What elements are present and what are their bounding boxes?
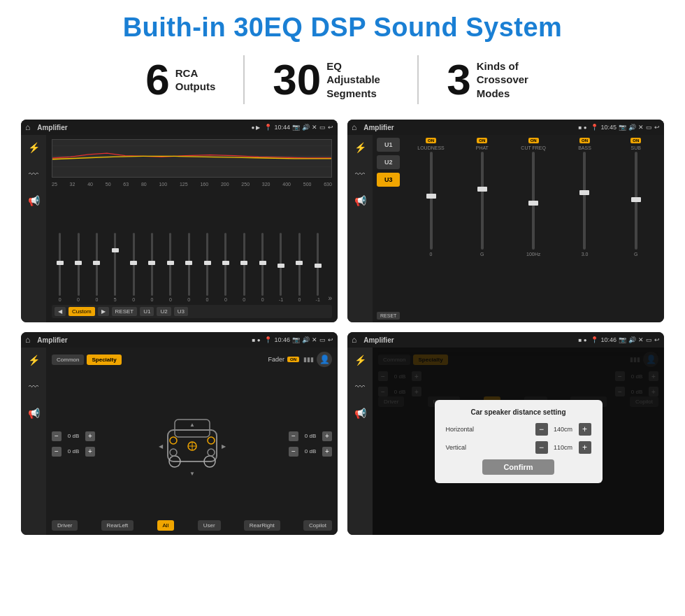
dialog-fader-bg: Common Specialty ▮▮▮ 👤 −0 dB+ −0 dB+ [373,348,664,535]
db-minus-0[interactable]: − [52,431,62,441]
car-diagram: ▲ ▼ ◀ ▶ [101,409,283,479]
freq-25: 25 [52,182,57,187]
loudness-slider[interactable] [430,152,433,250]
sub-slider[interactable] [635,152,637,250]
confirm-btn[interactable]: Confirm [482,459,554,475]
eq-slider-1: 0 [70,233,86,302]
loudness-label: LOUDNESS [417,145,445,150]
horizontal-plus-btn[interactable]: + [579,423,591,436]
fader-on-badge: ON [287,357,299,362]
dialog-camera-icon: 📷 [619,336,626,343]
freq-63: 63 [123,182,129,187]
dialog-home-icon[interactable]: ⌂ [352,335,356,345]
crossover-presets: U1 U2 U3 RESET [377,138,404,320]
eq-expand-icon[interactable]: » [328,294,332,302]
eq-u3-btn[interactable]: U3 [174,307,188,316]
freq-40: 40 [87,182,93,187]
eq-slider-7: 0 [181,233,197,302]
bass-label: BASS [578,145,591,150]
fader-sidebar-wave-icon[interactable]: 〰 [25,378,42,395]
eq-sidebar-wave-icon[interactable]: 〰 [25,166,42,182]
vertical-plus-btn[interactable]: + [579,441,591,454]
svg-point-8 [208,437,215,444]
eq-screen-content: ⚡ 〰 📢 [21,135,338,322]
page-wrapper: Buith-in 30EQ DSP Sound System 6 RCAOutp… [0,0,685,616]
vertical-value: 110cm [551,444,576,451]
user-profile-btn[interactable]: 👤 [317,352,332,367]
stat-rca-number: 6 [145,58,169,101]
crossover-sidebar-speaker-icon[interactable]: 📢 [352,192,368,209]
common-btn[interactable]: Common [52,354,84,365]
stat-rca: 6 RCAOutputs [117,58,243,101]
crossover-sidebar-eq-icon[interactable]: ⚡ [352,139,368,156]
freq-320: 320 [262,182,271,187]
cutfreq-value: 100Hz [526,252,540,257]
fader-sidebar-speaker-icon[interactable]: 📢 [25,405,42,422]
fader-back-icon: ↩ [328,336,333,343]
crossover-home-icon[interactable]: ⌂ [352,122,356,132]
dialog-sidebar-eq-icon[interactable]: ⚡ [352,352,368,368]
crossover-screen-content: ⚡ 〰 📢 U1 U2 U3 RESET ON LOUD [347,135,664,322]
crossover-reset-btn[interactable]: RESET [377,312,400,320]
loudness-value: 0 [430,252,433,257]
eq-u2-btn[interactable]: U2 [157,307,171,316]
horizontal-value: 140cm [551,426,576,433]
home-icon[interactable]: ⌂ [25,122,30,132]
db-minus-1[interactable]: − [52,447,62,457]
db-val-1: 0 dB [64,448,83,454]
stat-eq: 30 EQ AdjustableSegments [245,58,417,101]
eq-play-btn[interactable]: ▶ [98,307,109,316]
fader-status-bar: ⌂ Amplifier ■ ● 📍 10:46 📷 🔊 ✕ ▭ ↩ [21,332,338,348]
crossover-sidebar-wave-icon[interactable]: 〰 [352,166,368,182]
dialog-volume-icon: 🔊 [628,336,636,343]
db-plus-0[interactable]: + [85,431,95,441]
svg-point-7 [170,437,177,444]
fader-screen-content: ⚡ 〰 📢 Common Specialty Fader ON ▮▮▮ 👤 [21,348,338,535]
fader-sidebar-eq-icon[interactable]: ⚡ [25,352,42,368]
fader-time: 10:46 [274,336,290,343]
db-minus-2[interactable]: − [289,431,298,441]
db-control-0: − 0 dB + [52,431,95,441]
eq-custom-btn[interactable]: Custom [68,307,95,316]
u3-preset-btn[interactable]: U3 [377,173,400,187]
cutfreq-slider[interactable] [532,152,535,250]
eq-sidebar: ⚡ 〰 📢 [21,135,46,322]
eq-slider-9: 0 [217,233,233,302]
dialog-sidebar-wave-icon[interactable]: 〰 [352,378,368,395]
eq-prev-btn[interactable]: ◀ [55,307,66,316]
eq-sidebar-speaker-icon[interactable]: 📢 [25,192,42,209]
eq-app-label: Amplifier [37,124,247,131]
eq-reset-btn[interactable]: RESET [112,307,138,316]
db-plus-1[interactable]: + [85,447,95,457]
db-plus-3[interactable]: + [322,447,332,457]
eq-u1-btn[interactable]: U1 [140,307,154,316]
vertical-minus-btn[interactable]: − [535,441,548,454]
dialog-sidebar-speaker-icon[interactable]: 📢 [352,405,368,422]
freq-200: 200 [221,182,229,187]
svg-text:▼: ▼ [189,471,195,477]
driver-btn[interactable]: Driver [52,520,78,531]
phat-slider[interactable] [481,152,484,250]
db-minus-3[interactable]: − [289,447,298,457]
db-plus-2[interactable]: + [322,431,332,441]
phat-col: ON PHAT G [459,138,506,320]
rear-left-btn[interactable]: RearLeft [101,520,134,531]
fader-home-icon[interactable]: ⌂ [25,335,30,345]
specialty-btn[interactable]: Specialty [87,354,121,365]
user-btn[interactable]: User [198,520,221,531]
u2-preset-btn[interactable]: U2 [377,155,400,169]
horizontal-minus-btn[interactable]: − [535,423,548,436]
db-control-1: − 0 dB + [52,447,95,457]
all-btn[interactable]: All [157,520,175,531]
cutfreq-on-badge: ON [528,138,539,143]
rear-right-btn[interactable]: RearRight [244,520,280,531]
crossover-window-icon: ▭ [646,124,652,131]
eq-sidebar-eq-icon[interactable]: ⚡ [25,139,42,156]
bass-slider[interactable] [583,152,586,250]
horizontal-label: Horizontal [446,426,531,433]
u1-preset-btn[interactable]: U1 [377,138,400,152]
stats-row: 6 RCAOutputs 30 EQ AdjustableSegments 3 … [21,55,664,104]
eq-back-icon: ↩ [328,124,333,131]
copilot-btn[interactable]: Copilot [303,520,332,531]
stat-crossover: 3 Kinds ofCrossover Modes [419,58,567,101]
